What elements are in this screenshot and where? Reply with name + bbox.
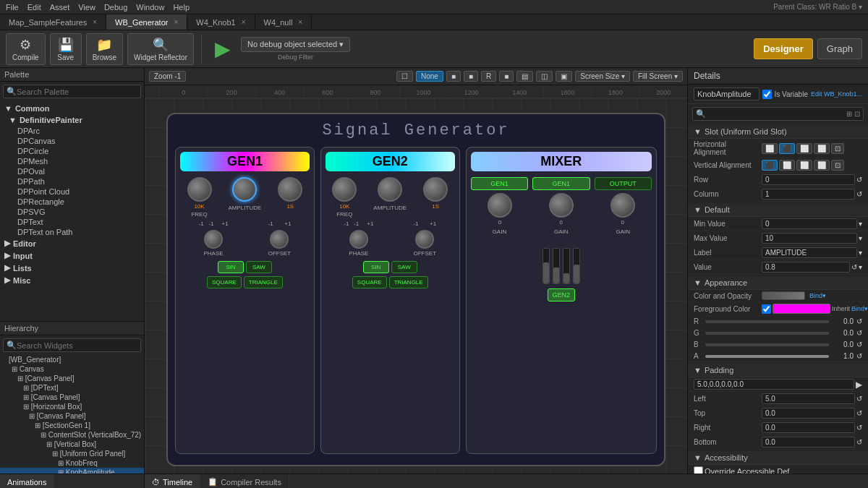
label-value-input[interactable]: [762, 247, 857, 258]
right-reset[interactable]: ↺: [856, 424, 862, 432]
hier-content-slot[interactable]: ⊞ ContentSlot (VerticalBox_72): [0, 430, 144, 440]
palette-search-input[interactable]: [17, 87, 137, 96]
r-reset[interactable]: ↺: [856, 317, 862, 325]
palette-misc[interactable]: ▶ Misc: [0, 274, 144, 286]
graph-button[interactable]: Graph: [817, 38, 862, 59]
vt-btn-4[interactable]: ▤: [516, 71, 533, 82]
palette-editor[interactable]: ▶ Editor: [0, 237, 144, 249]
b-reset[interactable]: ↺: [856, 341, 862, 348]
override-accessible-checkbox[interactable]: [694, 466, 703, 474]
a-reset[interactable]: ↺: [856, 352, 862, 360]
menu-asset[interactable]: Asset: [50, 3, 70, 12]
gen1-amplitude-knob[interactable]: [232, 177, 257, 202]
gen2-square-btn[interactable]: SQUARE: [352, 276, 387, 288]
menu-file[interactable]: File: [6, 3, 19, 12]
menu-edit[interactable]: Edit: [27, 3, 41, 12]
hierarchy-search-input[interactable]: [17, 341, 137, 350]
value-reset[interactable]: ↺: [851, 263, 857, 271]
g-reset[interactable]: ↺: [856, 329, 862, 337]
palette-lists[interactable]: ▶ Lists: [0, 262, 144, 274]
palette-item-dptext[interactable]: DPText: [0, 217, 144, 227]
vt-btn-2[interactable]: ■: [464, 71, 478, 82]
mixer-slider-1[interactable]: [542, 248, 550, 284]
palette-input[interactable]: ▶ Input: [0, 249, 144, 262]
tab-wb-generator-close[interactable]: ×: [174, 18, 178, 26]
menu-window[interactable]: Window: [136, 3, 164, 12]
max-value-dropdown[interactable]: ▾: [859, 234, 862, 242]
palette-item-dppoint-cloud[interactable]: DPPoint Cloud: [0, 187, 144, 197]
tab-w4-null[interactable]: W4_null ×: [255, 14, 312, 30]
top-reset[interactable]: ↺: [856, 409, 862, 417]
value-dropdown[interactable]: ▾: [859, 263, 862, 271]
gen2-saw-btn[interactable]: SAW: [391, 261, 417, 273]
bind-fg-color[interactable]: Bind▾: [851, 305, 868, 312]
column-reset-icon[interactable]: ↺: [856, 190, 862, 198]
gen1-offset-knob[interactable]: [270, 230, 289, 249]
right-padding-input[interactable]: [762, 422, 855, 433]
vt-r-btn[interactable]: R: [481, 71, 496, 82]
palette-item-dprectangle[interactable]: DPRectangle: [0, 197, 144, 207]
slot-section-header[interactable]: ▼ Slot (Uniform Grid Slot): [688, 125, 868, 139]
viewport-canvas[interactable]: Signal Generator GEN1 10K FREQ: [145, 98, 687, 474]
v-align-bottom[interactable]: ⬜: [796, 160, 812, 171]
hier-canvas-panel-1[interactable]: ⊞ [Canvas Panel]: [0, 374, 144, 383]
bottom-padding-input[interactable]: [762, 437, 855, 448]
accessibility-section-header[interactable]: ▼ Accessibility: [688, 451, 868, 465]
palette-item-dpcircle[interactable]: DPCircle: [0, 146, 144, 156]
mixer-gain3-knob[interactable]: [610, 193, 635, 218]
hier-vertical-box[interactable]: ⊞ [Vertical Box]: [0, 440, 144, 449]
mixer-gain2-knob[interactable]: [549, 193, 574, 218]
property-name-input[interactable]: [694, 87, 760, 100]
gen1-triangle-btn[interactable]: TRIANGLE: [244, 276, 283, 288]
palette-item-dptext-on-path[interactable]: DPText on Path: [0, 227, 144, 237]
tab-w4-knob[interactable]: W4_Knob1 ×: [187, 14, 255, 30]
compiler-results-tab[interactable]: 📋 Compiler Results: [200, 474, 289, 488]
left-reset[interactable]: ↺: [856, 395, 862, 403]
palette-item-dppath[interactable]: DPPath: [0, 176, 144, 187]
play-button[interactable]: ▶: [209, 37, 237, 61]
palette-item-dparc[interactable]: DPArc: [0, 126, 144, 136]
browse-button[interactable]: 📁 Browse: [86, 33, 123, 65]
default-section-header[interactable]: ▼ Default: [688, 203, 868, 217]
gen1-square-btn[interactable]: SQUARE: [207, 276, 242, 288]
tab-wb-generator[interactable]: WB_Generator ×: [106, 14, 187, 30]
edit-wb-knob-link[interactable]: Edit WB_Knob1...: [811, 90, 862, 98]
details-search-input[interactable]: [706, 110, 846, 118]
h-align-center[interactable]: ⬛: [779, 143, 795, 154]
b-slider[interactable]: [705, 343, 829, 346]
palette-item-dpoval[interactable]: DPOval: [0, 166, 144, 176]
gen2-triangle-btn[interactable]: TRIANGLE: [389, 276, 428, 288]
column-value-input[interactable]: [762, 189, 855, 200]
mixer-gen1-btn-2[interactable]: GEN1: [532, 177, 590, 190]
top-padding-input[interactable]: [762, 408, 855, 419]
timeline-tab[interactable]: ⏱ Timeline: [145, 474, 200, 488]
hier-canvas[interactable]: ⊞ Canvas: [0, 364, 144, 374]
hier-knob-amplitude[interactable]: ⊞ KnobAmplitude: [0, 468, 144, 474]
screen-size-btn[interactable]: Screen Size ▾: [575, 71, 630, 82]
mixer-gen1-btn-1[interactable]: GEN1: [471, 177, 528, 190]
gen1-sin-btn[interactable]: SIN: [218, 261, 244, 273]
palette-item-dpmesh[interactable]: DPMesh: [0, 156, 144, 166]
palette-common-category[interactable]: ▼ Common: [0, 103, 144, 114]
gen2-amplitude-knob[interactable]: [378, 177, 402, 202]
hier-uniform-grid-panel[interactable]: ⊞ [Uniform Grid Panel]: [0, 449, 144, 458]
vt-none-label[interactable]: None: [416, 71, 443, 82]
gen2-extra-knob[interactable]: [423, 177, 448, 202]
hier-canvas-panel-2[interactable]: ⊞ [Canvas Panel]: [0, 393, 144, 402]
vt-btn-6[interactable]: ▣: [556, 71, 572, 82]
save-button[interactable]: 💾 Save: [50, 33, 82, 65]
inherit-checkbox[interactable]: [762, 304, 771, 314]
fill-screen-btn[interactable]: Fill Screen ▾: [633, 71, 683, 82]
label-dropdown[interactable]: ▾: [859, 249, 862, 257]
vt-btn-3[interactable]: ■: [499, 71, 514, 82]
hier-horizontal-box[interactable]: ⊞ [Horizontal Box]: [0, 402, 144, 411]
row-value-input[interactable]: [762, 174, 855, 185]
vt-btn-1[interactable]: ■: [446, 71, 461, 82]
bind-color-opacity[interactable]: Bind▾: [809, 292, 826, 299]
palette-item-dpsvg[interactable]: DPSVG: [0, 207, 144, 217]
hier-knob-freq[interactable]: ⊞ KnobFreq: [0, 458, 144, 468]
row-reset-icon[interactable]: ↺: [856, 176, 862, 184]
g-slider[interactable]: [705, 332, 829, 335]
palette-item-dpcanvas[interactable]: DPCanvas: [0, 136, 144, 146]
min-value-dropdown[interactable]: ▾: [859, 220, 862, 228]
